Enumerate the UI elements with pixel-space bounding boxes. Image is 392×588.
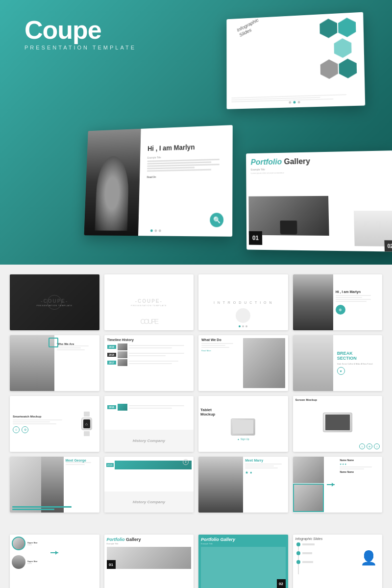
sw-line-2	[13, 421, 50, 422]
team-photos	[293, 457, 324, 513]
george-photo-1	[10, 457, 41, 513]
tablet-sign-up: ▲Sign Up	[237, 438, 249, 441]
sw-icon-1[interactable]: ☺	[13, 426, 20, 433]
bs-portfolio-2-title: Portfolio Gallery	[201, 537, 286, 542]
white-coupe-dots: COUPE	[104, 318, 194, 325]
bs-step-1	[296, 542, 315, 546]
y2017-line1	[129, 361, 178, 362]
screen-icon-3[interactable]: ♫	[374, 443, 380, 449]
history2-year-row: 2016	[106, 461, 192, 469]
watch-screen: ⌂	[83, 419, 90, 428]
screen-icon-1[interactable]: ☺	[359, 443, 365, 449]
year-2018-lines	[129, 353, 191, 357]
history-year-2016: 2016	[107, 404, 191, 411]
timeline-title: Timeline History	[107, 338, 191, 342]
y2019-line1	[129, 345, 185, 346]
tablet-device	[231, 418, 255, 436]
slide-history-company: 2016 History Company	[104, 396, 194, 452]
team-photo-2	[293, 484, 324, 512]
hex-1	[319, 18, 337, 38]
bs-infographic-title: Infographic Slides	[295, 537, 380, 540]
y2018-line2	[129, 355, 166, 356]
portfolio-num: 01	[249, 231, 262, 245]
wwd-readmore: Read More	[201, 349, 241, 352]
year-2019-lines	[129, 345, 191, 349]
bs-infographic-slide: Infographic Slides 👤	[293, 535, 383, 588]
heart-symbol: ♥	[185, 461, 187, 464]
bs-portfolio-1: Portfolio Gallery Example Title 01	[104, 535, 194, 588]
portfolio-heading: Portfolio Gallery	[251, 155, 388, 166]
team-name-2: Name Name	[340, 470, 380, 473]
intro-dots	[198, 325, 288, 327]
break-content: BREAKSECTION Grab Some Coffee & Make A N…	[334, 335, 382, 391]
portrait-content: Hi , I am Marlyn ⊕	[333, 274, 382, 330]
star-1: ★	[340, 463, 342, 466]
white-coupe-subtitle: PRESENTATION TEMPLATE	[131, 304, 167, 307]
history-2016: 2016	[107, 405, 116, 409]
history-company-title: History Company	[133, 439, 165, 443]
team-photo-1	[293, 457, 324, 483]
dot-2	[154, 229, 157, 232]
break-icon-symbol: ♥	[340, 369, 342, 373]
star-3: ★	[344, 463, 346, 466]
hex-3	[334, 38, 352, 58]
y2017-line2	[129, 363, 172, 364]
slide-meet-marry: Meet Marry ★ ♦	[198, 457, 288, 513]
slide-readon: Read On	[147, 174, 228, 178]
wwd-line-2	[201, 345, 225, 346]
bs-portfolio-2-num: 02	[277, 579, 286, 588]
wwd-content: What We Do Read More	[201, 338, 241, 388]
slide-teal-button[interactable]	[210, 213, 223, 227]
slide-timeline: Timeline History 2019 2018	[104, 335, 194, 391]
george-content: Meet George	[64, 457, 99, 513]
screen-display	[325, 415, 350, 430]
marry-line-1	[245, 464, 282, 465]
timeline-year-2018: 2018	[107, 351, 191, 358]
bs-team-photo-1	[12, 537, 25, 550]
tablet-screen	[233, 420, 253, 434]
sw-icon-2[interactable]: ⚙	[22, 426, 28, 433]
team-stars: ★ ★ ★	[340, 463, 380, 466]
wwd-title: What We Do	[201, 338, 241, 342]
h2016-line1	[129, 405, 185, 406]
slide-dark-coupe: -COUPE- PRESENTATION TEMPLATE	[10, 274, 99, 330]
wwa-line-2	[57, 347, 81, 348]
dot-3	[159, 229, 161, 232]
wwd-photo	[243, 338, 285, 388]
year-2018-img	[118, 351, 127, 358]
george-name: Meet George	[66, 459, 98, 462]
screen-icon-2[interactable]: ⊕	[367, 443, 372, 449]
slide-person-img	[84, 129, 141, 236]
infographic-content: InfographicSlides	[226, 12, 365, 109]
hero-title: Coupe	[24, 17, 136, 43]
bs-portfolio-1-num: 01	[107, 560, 116, 569]
slide-what-we-do: What We Do Read More	[198, 335, 288, 391]
break-icon: ♥	[337, 367, 345, 375]
smartwatch-device: ⌂	[77, 412, 97, 436]
timeline-year-2017: 2017	[107, 359, 191, 366]
bs-super-role-1: ★★★	[27, 544, 98, 546]
sw-icons: ☺ ⚙	[13, 426, 75, 433]
slide-break-section: BREAKSECTION Grab Some Coffee & Make A N…	[293, 335, 383, 391]
wwa-line-1	[57, 345, 89, 346]
team-arrow-icon	[327, 484, 335, 485]
george-bars	[12, 506, 97, 510]
george-line-1	[66, 462, 91, 463]
slide-hi-marlyn: Hi , I am Marlyn ⊕	[293, 274, 383, 330]
sw-line-3	[13, 423, 56, 424]
slide-greeting: Hi , I am Marlyn	[147, 142, 228, 152]
tablet-title: TabletMockup	[200, 408, 286, 416]
watch-band-top	[84, 412, 90, 416]
bs-team-row-1: Super Star ★★★	[12, 537, 98, 550]
dark-coupe-circle	[47, 295, 62, 310]
slides-row-3: Smartwatch Mockup ☺ ⚙ ⌂	[10, 396, 382, 452]
marry-content: Meet Marry ★ ♦	[243, 457, 288, 513]
slide-portfolio: Portfolio Gallery Example Title Lorem ip…	[246, 150, 392, 251]
bs-step-1-dot	[296, 542, 300, 546]
slide-white-coupe: -COUPE- PRESENTATION TEMPLATE COUPE	[104, 274, 194, 330]
screen-mockup-title: Screen Mockup	[295, 398, 380, 401]
marry-line-3	[245, 467, 278, 468]
bs-step-2	[296, 551, 312, 555]
portrait-line-3	[336, 299, 371, 300]
wwd-line-1	[201, 343, 233, 344]
